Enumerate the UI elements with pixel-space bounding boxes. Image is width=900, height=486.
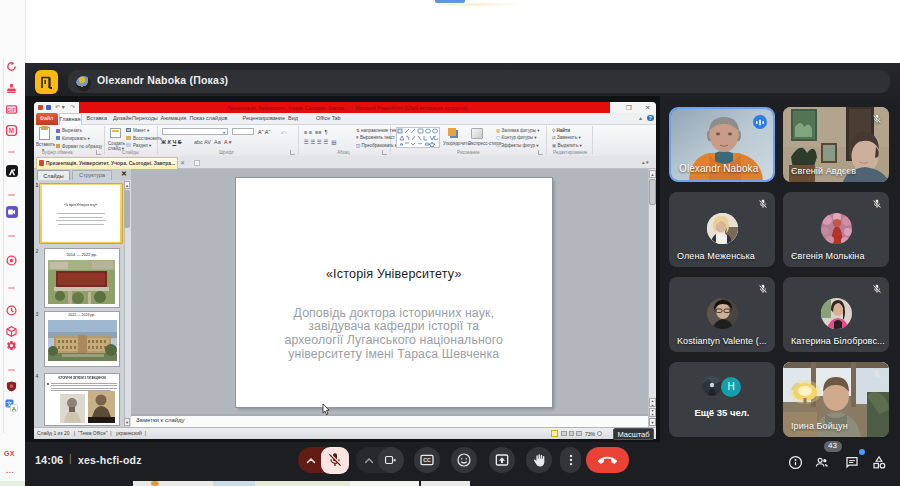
svg-text:M: M: [9, 127, 14, 134]
svg-text:GIF: GIF: [7, 107, 15, 113]
svg-text:A: A: [12, 406, 17, 412]
svg-text:CC: CC: [423, 457, 431, 463]
